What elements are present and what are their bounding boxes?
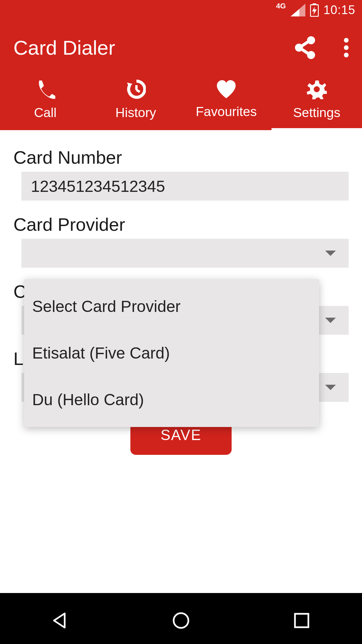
svg-point-19 bbox=[174, 613, 188, 628]
network-4g-icon: 4G bbox=[276, 2, 286, 10]
tab-history[interactable]: History bbox=[90, 73, 181, 130]
app-bar: Card Dialer bbox=[0, 20, 362, 73]
svg-line-9 bbox=[302, 50, 308, 54]
back-button[interactable] bbox=[47, 607, 74, 634]
field-card-provider: Card Provider bbox=[13, 214, 349, 268]
tabs: Call History Favourites Settings bbox=[0, 73, 362, 130]
svg-point-12 bbox=[344, 53, 349, 57]
tab-call[interactable]: Call bbox=[0, 73, 90, 130]
app-title: Card Dialer bbox=[13, 36, 115, 59]
svg-point-10 bbox=[344, 38, 349, 43]
status-clock: 10:15 bbox=[323, 3, 355, 17]
svg-point-11 bbox=[344, 45, 349, 50]
card-number-label: Card Number bbox=[13, 147, 349, 168]
dropdown-item-select-provider[interactable]: Select Card Provider bbox=[24, 283, 319, 330]
dropdown-item-du[interactable]: Du (Hello Card) bbox=[24, 376, 319, 423]
card-provider-label: Card Provider bbox=[13, 214, 349, 235]
card-number-input[interactable]: 123451234512345 bbox=[21, 172, 349, 201]
card-provider-dropdown: Select Card Provider Etisalat (Five Card… bbox=[24, 279, 319, 427]
system-nav-bar bbox=[0, 597, 362, 644]
svg-line-8 bbox=[302, 42, 308, 46]
signal-icon bbox=[291, 4, 305, 16]
svg-marker-18 bbox=[54, 613, 65, 628]
heart-icon bbox=[216, 80, 236, 98]
nav-separator bbox=[0, 593, 362, 597]
battery-charging-icon bbox=[310, 3, 319, 17]
overflow-menu-icon[interactable] bbox=[344, 38, 349, 58]
svg-rect-3 bbox=[313, 3, 316, 5]
share-icon[interactable] bbox=[293, 36, 317, 60]
home-button[interactable] bbox=[168, 607, 194, 634]
card-provider-select[interactable] bbox=[21, 239, 349, 268]
svg-point-17 bbox=[314, 86, 320, 92]
card-number-value: 123451234512345 bbox=[31, 177, 165, 196]
tab-call-label: Call bbox=[34, 105, 56, 120]
tab-settings-label: Settings bbox=[293, 105, 341, 120]
svg-rect-20 bbox=[295, 614, 308, 627]
tab-history-label: History bbox=[115, 105, 156, 120]
recent-apps-button[interactable] bbox=[288, 607, 315, 634]
status-bar: 4G 10:15 bbox=[0, 0, 362, 20]
field-card-number: Card Number 123451234512345 bbox=[13, 147, 349, 201]
screen: 4G 10:15 Card Dialer Call bbox=[0, 0, 362, 644]
tab-settings[interactable]: Settings bbox=[272, 73, 362, 130]
gear-icon bbox=[307, 79, 327, 99]
tab-favourites[interactable]: Favourites bbox=[181, 73, 272, 130]
tab-favourites-label: Favourites bbox=[196, 104, 257, 119]
dropdown-item-etisalat[interactable]: Etisalat (Five Card) bbox=[24, 330, 319, 376]
chevron-down-icon bbox=[325, 385, 336, 390]
app-bar-actions bbox=[293, 36, 349, 60]
content-area: Card Number 123451234512345 Card Provide… bbox=[0, 130, 362, 593]
svg-marker-4 bbox=[312, 7, 317, 15]
svg-line-15 bbox=[136, 90, 140, 92]
chevron-down-icon bbox=[325, 318, 336, 323]
history-icon bbox=[126, 79, 146, 99]
chevron-down-icon bbox=[325, 251, 336, 256]
phone-icon bbox=[35, 79, 55, 99]
